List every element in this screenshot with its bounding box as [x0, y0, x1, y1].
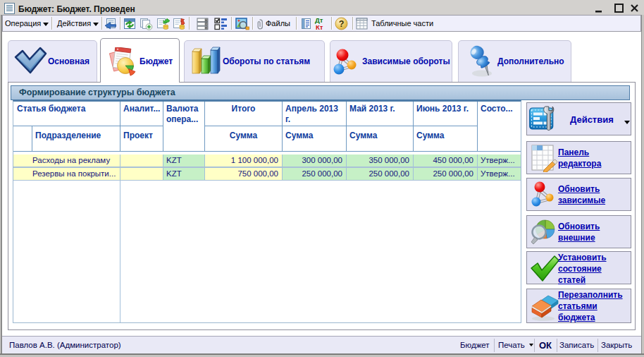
svg-text:?: ? — [339, 19, 345, 29]
